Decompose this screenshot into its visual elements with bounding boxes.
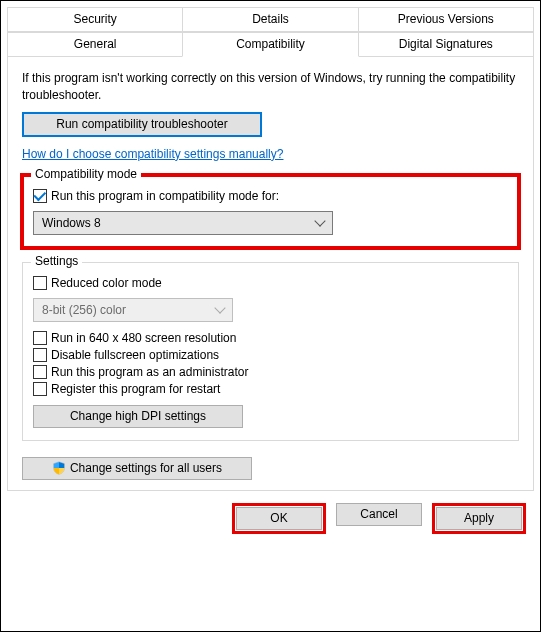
res640-checkbox[interactable] <box>33 331 47 345</box>
tab-general[interactable]: General <box>7 32 183 57</box>
reduced-color-checkbox[interactable] <box>33 276 47 290</box>
run-admin-label: Run this program as an administrator <box>51 365 248 379</box>
color-mode-select: 8-bit (256) color <box>33 298 233 322</box>
shield-icon <box>52 461 66 475</box>
reduced-color-label: Reduced color mode <box>51 276 162 290</box>
manual-settings-link[interactable]: How do I choose compatibility settings m… <box>22 147 283 161</box>
tab-panel-compatibility: If this program isn't working correctly … <box>7 56 534 491</box>
chevron-down-icon <box>314 215 325 226</box>
ok-button[interactable]: OK <box>236 507 322 530</box>
apply-highlight: Apply <box>432 503 526 534</box>
change-all-users-button[interactable]: Change settings for all users <box>22 457 252 480</box>
tab-compatibility[interactable]: Compatibility <box>182 32 358 57</box>
cancel-button[interactable]: Cancel <box>336 503 422 526</box>
tab-strip: Security Details Previous Versions Gener… <box>1 1 540 491</box>
disable-fullscreen-label: Disable fullscreen optimizations <box>51 348 219 362</box>
compatibility-mode-group: Compatibility mode Run this program in c… <box>22 175 519 248</box>
compat-mode-select-value: Windows 8 <box>42 216 101 230</box>
run-troubleshooter-button[interactable]: Run compatibility troubleshooter <box>22 112 262 137</box>
ok-highlight: OK <box>232 503 326 534</box>
properties-dialog: Security Details Previous Versions Gener… <box>0 0 541 632</box>
tab-digital-signatures[interactable]: Digital Signatures <box>358 32 534 57</box>
change-dpi-button[interactable]: Change high DPI settings <box>33 405 243 428</box>
change-all-users-label: Change settings for all users <box>70 461 222 475</box>
apply-button[interactable]: Apply <box>436 507 522 530</box>
tab-previous-versions[interactable]: Previous Versions <box>358 7 534 32</box>
disable-fullscreen-checkbox[interactable] <box>33 348 47 362</box>
tab-security[interactable]: Security <box>7 7 183 32</box>
compat-mode-select[interactable]: Windows 8 <box>33 211 333 235</box>
compat-mode-checkbox[interactable] <box>33 189 47 203</box>
tab-details[interactable]: Details <box>182 7 358 32</box>
register-restart-checkbox[interactable] <box>33 382 47 396</box>
compat-mode-checkbox-label: Run this program in compatibility mode f… <box>51 189 279 203</box>
chevron-down-icon <box>214 302 225 313</box>
color-mode-value: 8-bit (256) color <box>42 303 126 317</box>
res640-label: Run in 640 x 480 screen resolution <box>51 331 236 345</box>
settings-title: Settings <box>31 254 82 268</box>
dialog-footer: OK Cancel Apply <box>1 491 540 546</box>
register-restart-label: Register this program for restart <box>51 382 220 396</box>
run-admin-checkbox[interactable] <box>33 365 47 379</box>
settings-group: Settings Reduced color mode 8-bit (256) … <box>22 262 519 441</box>
intro-text: If this program isn't working correctly … <box>22 70 519 104</box>
compat-mode-title: Compatibility mode <box>31 167 141 181</box>
